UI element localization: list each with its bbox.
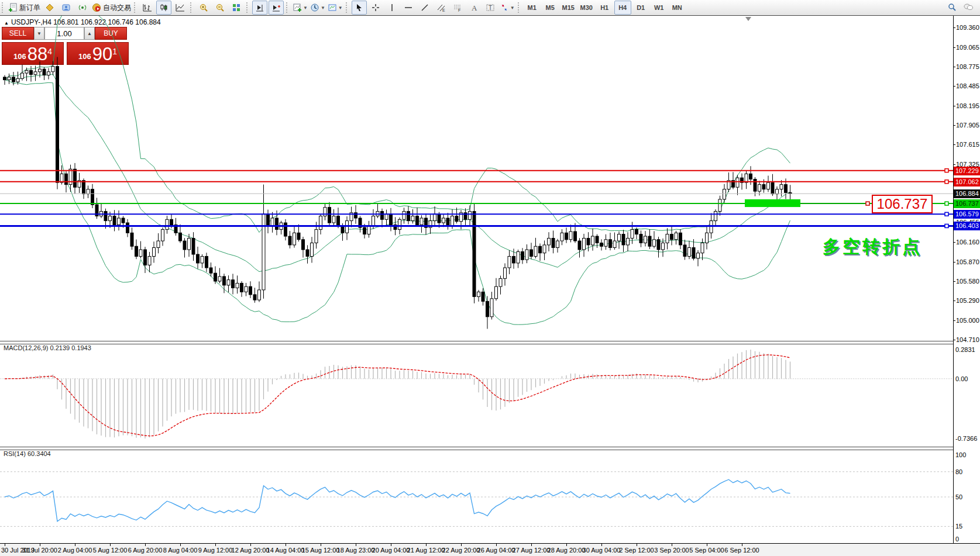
vline-button[interactable]	[384, 1, 400, 15]
crosshair-button[interactable]	[368, 1, 383, 15]
text-button[interactable]: A	[466, 1, 482, 15]
chevron-down-icon[interactable]: ▼	[338, 5, 343, 11]
rsi-chart[interactable]	[0, 449, 953, 543]
price-badge-107.229: 107.229	[954, 167, 980, 175]
hline-marker[interactable]	[945, 169, 948, 172]
profile-button[interactable]	[59, 1, 74, 15]
time-tick-label: 6 Aug 20:00	[128, 547, 163, 554]
svg-text:T: T	[489, 5, 492, 11]
candle	[578, 238, 581, 257]
arrows-button[interactable]: ▼	[499, 1, 515, 15]
timeframe-button-h1[interactable]: H1	[596, 1, 613, 15]
candle	[95, 198, 98, 219]
candle-chart-button[interactable]	[156, 1, 171, 15]
chevron-down-icon[interactable]: ▼	[321, 5, 325, 11]
price-chart[interactable]	[0, 16, 953, 341]
candle	[201, 254, 204, 268]
cursor-button[interactable]	[352, 1, 367, 15]
templates-button[interactable]: ▼	[327, 1, 343, 15]
candle	[135, 240, 138, 260]
candle	[100, 203, 103, 218]
rsi-axis-label: 100	[955, 451, 966, 458]
candle	[434, 206, 436, 226]
timeframe-button-m15[interactable]: M15	[560, 1, 577, 15]
candle	[91, 184, 94, 208]
line-chart-button[interactable]	[173, 1, 188, 15]
zoom-out-icon	[215, 3, 225, 12]
time-axis[interactable]: 30 Jul 201931 Jul 20:002 Aug 04:005 Aug …	[0, 544, 980, 556]
chevron-down-icon[interactable]: ▼	[303, 5, 308, 11]
chat-icon	[963, 2, 974, 13]
toolbar-grip	[518, 2, 521, 13]
crosshair-icon	[371, 3, 380, 12]
timeframe-button-w1[interactable]: W1	[651, 1, 668, 15]
search-button[interactable]	[944, 1, 960, 15]
timeframe-button-m30[interactable]: M30	[578, 1, 595, 15]
price-tick-label: 108.195	[956, 102, 980, 110]
candle	[161, 227, 164, 246]
candle	[618, 232, 621, 249]
time-tick-label: 15 Aug 12:00	[302, 547, 340, 554]
hline-button[interactable]	[401, 1, 416, 15]
chart-shift-button[interactable]	[252, 1, 267, 15]
chat-button[interactable]	[961, 1, 976, 15]
hline-marker[interactable]	[945, 224, 948, 227]
hline-marker[interactable]	[945, 212, 948, 216]
timeframe-button-h4[interactable]: H4	[614, 1, 631, 15]
zoom-out-button[interactable]	[212, 1, 228, 15]
price-annotation-box[interactable]: 106.737	[872, 195, 933, 213]
auto-scroll-button[interactable]	[269, 1, 284, 15]
candle	[403, 208, 405, 223]
timeframe-button-d1[interactable]: D1	[632, 1, 649, 15]
periods-button[interactable]: ▼	[310, 1, 326, 15]
candle	[609, 233, 612, 250]
time-tick-label: 27 Aug 12:00	[513, 547, 551, 554]
candle	[350, 207, 353, 227]
support-zone-rect[interactable]	[745, 199, 800, 207]
price-badge-106.403: 106.403	[954, 222, 980, 230]
timeframe-button-m5[interactable]: M5	[542, 1, 559, 15]
label-button[interactable]: T	[483, 1, 498, 15]
hline-marker[interactable]	[945, 202, 948, 205]
chart-shift-marker-icon[interactable]	[745, 17, 751, 21]
tile-windows-button[interactable]	[229, 1, 244, 15]
trendline-icon	[420, 3, 429, 12]
time-tick-label: 31 Jul 20:00	[22, 547, 57, 554]
community-button[interactable]	[42, 1, 57, 15]
candle	[205, 253, 208, 272]
time-tick-label: 3 Sep 20:00	[654, 547, 689, 554]
time-tick-mark	[496, 544, 497, 546]
candle	[455, 208, 458, 223]
candle	[477, 290, 480, 302]
candle	[521, 248, 524, 264]
candle	[56, 57, 59, 189]
macd-chart[interactable]	[0, 344, 953, 447]
trendline-button[interactable]	[417, 1, 432, 15]
candle	[21, 65, 24, 81]
price-badge-106.737: 106.737	[954, 199, 980, 208]
chevron-down-icon[interactable]: ▼	[510, 5, 515, 11]
bar-chart-button[interactable]	[140, 1, 155, 15]
zoom-in-button[interactable]	[196, 1, 211, 15]
channel-button[interactable]: E	[434, 1, 449, 15]
turning-point-label[interactable]: 多空转折点	[823, 235, 922, 259]
macd-axis-label: 0.2831	[955, 346, 975, 353]
indicators-button[interactable]: ▼	[292, 1, 308, 15]
timeframe-button-m1[interactable]: M1	[524, 1, 541, 15]
candle	[714, 209, 717, 226]
new-order-button[interactable]: 新订单	[8, 1, 41, 15]
candle	[569, 225, 572, 242]
candle	[604, 234, 607, 250]
time-tick-label: 12 Aug 20:00	[232, 547, 270, 554]
price-tick-label: 109.360	[956, 24, 980, 32]
auto-trading-button[interactable]: 自动交易	[91, 1, 132, 15]
candle	[670, 226, 673, 245]
auto-scroll-icon	[271, 3, 281, 12]
candle	[319, 214, 322, 234]
hline-marker[interactable]	[945, 180, 948, 184]
news-signal-button[interactable]	[75, 1, 90, 15]
candle	[592, 229, 594, 251]
candle	[675, 231, 678, 244]
timeframe-button-mn[interactable]: MN	[669, 1, 686, 15]
fibo-button[interactable]: F	[450, 1, 465, 15]
